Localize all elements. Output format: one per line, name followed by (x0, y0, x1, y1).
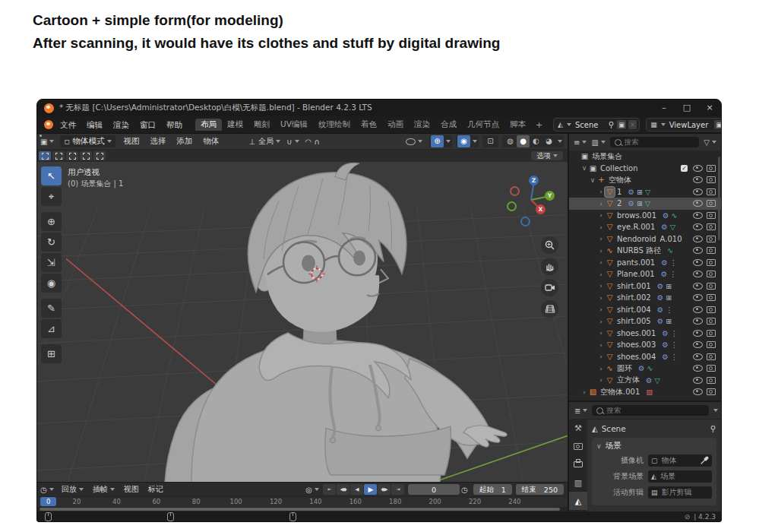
zoom-button[interactable] (541, 236, 558, 254)
disable-in-renders-camera-icon[interactable] (707, 306, 716, 313)
outliner-display-mode-button[interactable]: ≡ (571, 138, 589, 147)
timeline-editor-type-button[interactable]: ◷ (37, 486, 57, 494)
viewport-canvas[interactable]: 用户透视 (0) 场景集合 | 1 ↖⌖⊕↻⇲◉✎⊿⊞ Z Y X (37, 162, 568, 483)
menubar-item[interactable]: 文件 (55, 117, 81, 132)
snap-magnet-button[interactable]: ∪ (283, 138, 302, 146)
hide-in-viewport-eye-icon[interactable] (693, 388, 703, 395)
outliner-row[interactable]: ›▽shoes.004⚙⋮ (569, 351, 721, 363)
disable-in-renders-camera-icon[interactable] (707, 353, 716, 360)
outliner-filter-button[interactable]: ▽ (701, 138, 719, 147)
tab-render[interactable] (569, 437, 587, 455)
workspace-tab[interactable]: 着色 (356, 119, 382, 131)
select-mode-tweak[interactable] (39, 151, 51, 160)
outliner-row[interactable]: ›▽shirt.001⚙⊞ (569, 280, 721, 293)
tab-viewlayer[interactable]: ▥ (569, 473, 587, 492)
expand-toggle-icon[interactable]: › (597, 294, 605, 302)
menubar-item[interactable]: 帮助 (161, 117, 188, 132)
disable-in-renders-camera-icon[interactable] (707, 176, 716, 183)
axis-y-handle[interactable]: Y (545, 191, 555, 201)
disable-in-renders-camera-icon[interactable] (707, 236, 716, 242)
outliner-row[interactable]: ›▽eye.R.001⚙▽ (569, 221, 721, 233)
previous-keyframe-button[interactable]: ◀◆ (337, 484, 349, 495)
hide-in-viewport-eye-icon[interactable] (693, 247, 703, 254)
scene-selector[interactable]: ◭ Scene ▣ × (553, 118, 640, 131)
outliner-row[interactable]: ›▽立方体⚙▽ (569, 375, 721, 387)
property-field[interactable]: ◭场景 (648, 470, 712, 483)
hide-in-viewport-eye-icon[interactable] (693, 377, 703, 384)
disable-in-renders-camera-icon[interactable] (707, 318, 716, 325)
transform-orientation-dropdown[interactable]: ⊥ 全局 (246, 136, 284, 147)
outliner-row[interactable]: ›▽shirt.004⚙⋮ (569, 304, 721, 316)
unlink-scene-button[interactable]: × (628, 120, 637, 129)
axis-minus-x-handle[interactable] (510, 186, 520, 196)
eyedropper-icon[interactable] (701, 456, 709, 464)
workspace-tab[interactable]: 动画 (382, 119, 409, 131)
outliner-row[interactable]: ›▽shirt.002⚙⊞ (569, 292, 721, 304)
tab-scene[interactable]: ◭ (569, 492, 587, 510)
disable-in-renders-camera-icon[interactable] (707, 283, 716, 290)
timeline-menu-item[interactable]: 插帧 (88, 484, 119, 495)
disable-in-renders-camera-icon[interactable] (707, 200, 716, 207)
disable-in-renders-camera-icon[interactable] (707, 388, 716, 395)
new-viewlayer-button[interactable]: ▣ (714, 120, 722, 129)
viewport-menu-item[interactable]: 物体 (198, 136, 225, 147)
expand-toggle-icon[interactable]: › (597, 376, 605, 384)
disable-in-renders-camera-icon[interactable] (707, 223, 716, 230)
minimize-button[interactable]: – (653, 100, 675, 116)
pin-icon[interactable] (608, 121, 615, 129)
add-workspace-button[interactable]: + (531, 120, 547, 130)
timeline-menu-item[interactable]: 视图 (119, 484, 144, 495)
outliner-row[interactable]: ›▽shoes.003⚙⋮ (569, 339, 721, 351)
expand-toggle-icon[interactable]: › (580, 388, 588, 396)
workspace-tab[interactable]: 纹理绘制 (313, 119, 356, 131)
expand-toggle-icon[interactable]: ∨ (580, 164, 588, 172)
disable-in-renders-camera-icon[interactable] (707, 330, 716, 337)
material-shading-button[interactable]: ◐ (530, 135, 542, 147)
annotate-tool-button[interactable]: ✎ (41, 299, 62, 318)
show-overlays-button[interactable]: ◉ (457, 135, 470, 147)
character-model[interactable] (165, 163, 507, 483)
hide-in-viewport-eye-icon[interactable] (693, 212, 703, 219)
outliner-filter-display-button[interactable]: ▥ (589, 138, 607, 147)
current-frame-marker[interactable]: 0 (40, 497, 56, 506)
scrollbar-thumb[interactable] (40, 508, 560, 511)
hide-in-viewport-eye-icon[interactable] (693, 365, 703, 372)
auto-keyframe-button[interactable]: ◎ (302, 486, 322, 494)
disable-in-renders-camera-icon[interactable] (707, 377, 716, 384)
maximize-button[interactable]: □ (675, 100, 698, 116)
select-mode-subtract[interactable] (80, 151, 92, 160)
disable-in-renders-camera-icon[interactable] (707, 341, 716, 348)
hide-in-viewport-eye-icon[interactable] (693, 306, 703, 313)
timeline-menu-item[interactable]: 回放 (57, 484, 88, 495)
measure-tool-button[interactable]: ⊿ (41, 319, 62, 338)
select-mode-extend[interactable] (66, 151, 78, 160)
outliner-row[interactable]: ›▽brows.001⚙∿ (569, 210, 721, 222)
outliner-row[interactable]: ›▽shoes.001⚙⋮ (569, 328, 721, 340)
outliner-row[interactable]: ›▽2⚙⊞▽ (569, 198, 721, 210)
scale-tool-button[interactable]: ⇲ (41, 253, 62, 272)
menubar-item[interactable]: 渲染 (108, 117, 134, 132)
outliner-row[interactable]: ›▽Plane.001⚙⋮ (569, 268, 721, 280)
move-tool-button[interactable]: ⊕ (41, 212, 62, 231)
disable-in-renders-camera-icon[interactable] (707, 165, 716, 172)
hide-in-viewport-eye-icon[interactable] (693, 283, 703, 290)
expand-toggle-icon[interactable]: › (597, 318, 605, 325)
axis-x-handle[interactable]: X (536, 204, 546, 214)
expand-toggle-icon[interactable]: › (597, 353, 605, 360)
perspective-toggle-button[interactable] (541, 300, 558, 318)
timeline-ruler[interactable]: 0 20406080100120140160180200220240 (37, 496, 568, 507)
add-cube-tool-button[interactable]: ⊞ (41, 344, 62, 363)
outliner-row[interactable]: ›∿圆环⚙∿ (569, 363, 721, 375)
expand-toggle-icon[interactable]: ∨ (589, 176, 596, 184)
tab-tool[interactable]: ⚒ (569, 419, 587, 437)
outliner-row[interactable]: ∨▣Collection✓ (569, 163, 721, 175)
close-button[interactable]: × (698, 100, 721, 116)
hide-in-viewport-eye-icon[interactable] (693, 294, 703, 301)
expand-toggle-icon[interactable]: › (597, 329, 605, 337)
hide-in-viewport-eye-icon[interactable] (693, 353, 703, 360)
disable-in-renders-camera-icon[interactable] (707, 294, 716, 301)
workspace-tab[interactable]: 几何节点 (462, 119, 504, 131)
play-button[interactable]: ▶ (364, 484, 377, 495)
expand-toggle-icon[interactable]: › (597, 282, 605, 290)
new-scene-button[interactable]: ▣ (617, 120, 626, 129)
